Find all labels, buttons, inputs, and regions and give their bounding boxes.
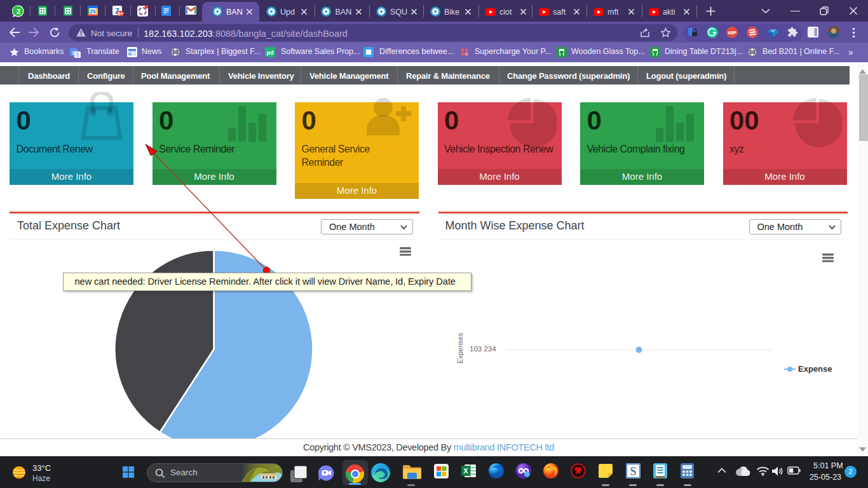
svg-text:25: 25 <box>90 8 96 15</box>
svg-text:9+: 9+ <box>118 11 123 17</box>
svg-text:b: b <box>76 51 79 58</box>
svg-text:ABP: ABP <box>728 30 736 35</box>
svg-text:pd: pd <box>267 50 274 56</box>
svg-text:X: X <box>463 467 468 475</box>
svg-text:S: S <box>630 465 636 478</box>
svg-text:2: 2 <box>17 8 20 15</box>
